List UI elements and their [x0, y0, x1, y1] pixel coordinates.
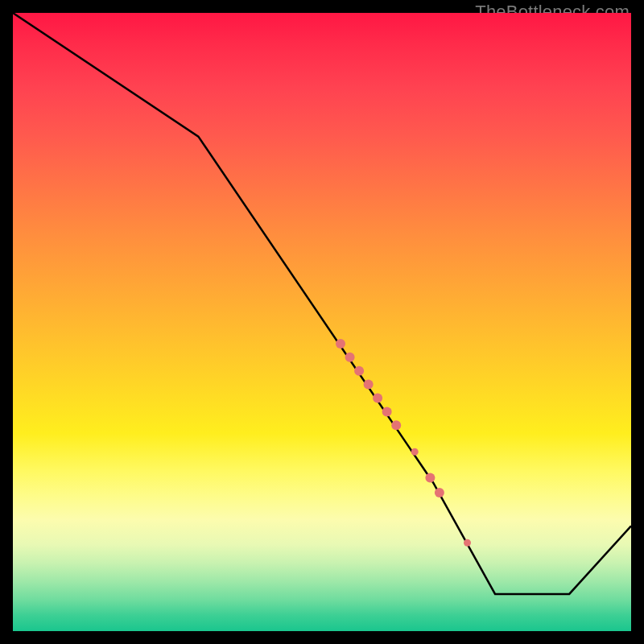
- bottleneck-curve: [13, 13, 631, 594]
- chart-container: TheBottleneck.com: [0, 0, 644, 644]
- plot-area: [13, 13, 631, 631]
- data-marker: [411, 448, 419, 456]
- data-marker: [425, 473, 435, 483]
- data-marker: [382, 407, 392, 416]
- data-marker: [373, 394, 382, 403]
- data-marker: [464, 539, 471, 547]
- data-marker: [336, 339, 345, 349]
- data-marker: [345, 353, 355, 362]
- data-marker: [435, 488, 444, 497]
- data-marker: [354, 366, 364, 376]
- data-marker: [391, 420, 401, 430]
- data-marker: [364, 380, 374, 390]
- chart-svg: [13, 13, 631, 631]
